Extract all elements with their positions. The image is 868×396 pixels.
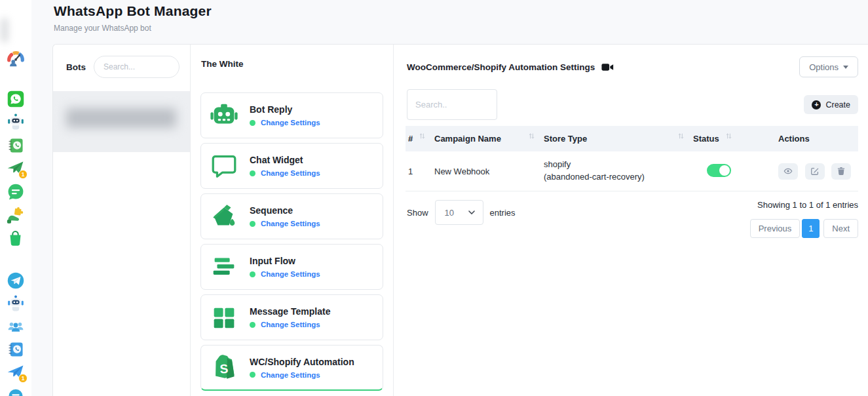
campaigns-table: # Campaign Name Store Type Status	[406, 126, 858, 191]
column-header-status[interactable]: Status	[693, 134, 778, 144]
telegram-group-icon[interactable]	[7, 318, 24, 335]
change-settings-link[interactable]: Change Settings	[261, 270, 320, 278]
status-dot	[250, 271, 255, 277]
create-button-label: Create	[825, 100, 850, 109]
whatsapp-contacts-icon[interactable]	[7, 137, 24, 154]
feature-card-wc-shopify-automation[interactable]: S WC/Shopify Automation Change Settings	[200, 345, 383, 391]
app-sidebar: 1 1	[0, 0, 31, 396]
store-type-line2: (abandoned-cart-recovery)	[544, 171, 693, 184]
page-size-select[interactable]: 10	[435, 200, 483, 225]
telegram-chat-icon[interactable]	[7, 388, 24, 396]
delete-button[interactable]	[831, 163, 851, 180]
column-header-index[interactable]: #	[406, 134, 434, 144]
feature-card-chat-widget[interactable]: Chat Widget Change Settings	[200, 143, 383, 189]
next-page-button[interactable]: Next	[823, 219, 858, 238]
features-panel: The White Bot Reply Change Settings	[191, 45, 394, 396]
telegram-icon[interactable]	[7, 271, 25, 290]
column-header-campaign-name[interactable]: Campaign Name	[434, 134, 544, 144]
shopify-letter: S	[219, 361, 229, 376]
feature-card-label: Input Flow	[250, 256, 320, 266]
chevron-down-icon	[468, 210, 475, 214]
sort-icon	[529, 132, 535, 140]
status-toggle-on[interactable]	[707, 164, 731, 177]
table-summary: Showing 1 to 1 of 1 entries	[757, 200, 858, 210]
message-template-icon	[209, 302, 239, 332]
status-dot	[250, 120, 255, 126]
previous-page-button[interactable]: Previous	[750, 219, 801, 238]
telegram-broadcast-icon[interactable]: 1	[7, 363, 25, 382]
show-label: Show	[407, 208, 428, 218]
sort-icon	[419, 132, 425, 140]
change-settings-link[interactable]: Change Settings	[261, 321, 320, 328]
feature-card-label: Message Template	[250, 306, 330, 317]
automation-settings-panel: WooCommerce/Shopify Automation Settings …	[394, 45, 868, 396]
column-label: Store Type	[544, 134, 587, 144]
feature-card-label: Chat Widget	[250, 155, 320, 165]
bots-search-input[interactable]	[94, 56, 179, 78]
whatsapp-integrations-icon[interactable]	[7, 206, 25, 224]
entries-label: entries	[490, 208, 516, 218]
change-settings-link[interactable]: Change Settings	[261, 119, 320, 127]
feature-card-sequence[interactable]: Sequence Change Settings	[200, 193, 383, 239]
table-row: 1 New Webhook shopify (abandoned-cart-re…	[406, 151, 858, 191]
column-label: Status	[693, 134, 719, 144]
change-settings-link[interactable]: Change Settings	[261, 220, 320, 228]
options-button[interactable]: Options	[799, 56, 858, 77]
whatsapp-icon[interactable]	[7, 90, 25, 108]
plus-circle-icon: +	[812, 100, 821, 109]
dashboard-gauge-icon[interactable]	[6, 49, 26, 68]
status-dot	[250, 221, 255, 227]
telegram-bot-icon[interactable]	[7, 294, 25, 313]
status-dot	[250, 372, 255, 378]
shopify-icon: S	[209, 353, 239, 383]
store-type-line1: shopify	[544, 159, 693, 171]
whatsapp-shop-icon[interactable]	[7, 229, 24, 247]
feature-card-label: WC/Shopify Automation	[250, 357, 354, 367]
feature-card-label: Bot Reply	[250, 104, 320, 115]
column-header-store-type[interactable]: Store Type	[544, 134, 693, 144]
view-button[interactable]	[778, 163, 798, 180]
notification-badge: 1	[18, 374, 28, 383]
create-button[interactable]: + Create	[804, 95, 858, 114]
whatsapp-broadcast-icon[interactable]: 1	[7, 159, 25, 178]
video-tutorial-icon[interactable]	[601, 63, 614, 71]
chat-widget-icon	[209, 151, 239, 181]
feature-card-list: Bot Reply Change Settings Chat Widget Ch…	[200, 92, 383, 395]
edit-button[interactable]	[805, 163, 825, 180]
trash-icon	[837, 167, 846, 176]
bot-name-blurred	[66, 108, 176, 128]
notification-badge: 1	[18, 170, 28, 179]
telegram-contacts-icon[interactable]	[7, 341, 24, 358]
whatsapp-bot-manager-screen: 1 1 WhatsApp	[0, 0, 868, 396]
feature-card-bot-reply[interactable]: Bot Reply Change Settings	[200, 92, 383, 138]
row-index: 1	[406, 167, 434, 176]
table-header-row: # Campaign Name Store Type Status	[406, 126, 858, 151]
eye-icon	[783, 167, 793, 176]
whatsapp-chat-icon[interactable]	[7, 183, 25, 201]
change-settings-link[interactable]: Change Settings	[261, 371, 320, 379]
bots-panel-header: Bots	[53, 45, 190, 78]
sort-icon	[678, 132, 684, 140]
feature-card-input-flow[interactable]: Input Flow Change Settings	[200, 244, 383, 290]
whatsapp-bot-icon[interactable]	[7, 113, 25, 131]
main-card: Bots The White Bot Reply Change Settings	[52, 44, 868, 396]
bot-list-item-selected[interactable]	[53, 91, 190, 152]
feature-card-message-template[interactable]: Message Template Change Settings	[200, 294, 383, 340]
change-settings-link[interactable]: Change Settings	[261, 169, 320, 177]
table-search-input[interactable]	[407, 89, 497, 120]
status-dot	[250, 170, 255, 176]
page-1-button[interactable]: 1	[802, 219, 820, 238]
column-label: Actions	[778, 134, 810, 144]
column-label: Campaign Name	[434, 134, 501, 144]
store-type-cell: shopify (abandoned-cart-recovery)	[544, 159, 693, 184]
edit-icon	[810, 167, 820, 176]
page-size-value: 10	[445, 208, 454, 218]
chevron-down-icon	[843, 66, 848, 69]
options-button-label: Options	[809, 62, 839, 72]
panel-title: WooCommerce/Shopify Automation Settings	[407, 62, 595, 72]
column-header-actions: Actions	[778, 134, 858, 144]
input-flow-icon	[209, 252, 239, 282]
bots-panel-title: Bots	[66, 62, 86, 72]
features-panel-title: The White	[201, 59, 244, 69]
blurred-logo	[1, 18, 8, 42]
